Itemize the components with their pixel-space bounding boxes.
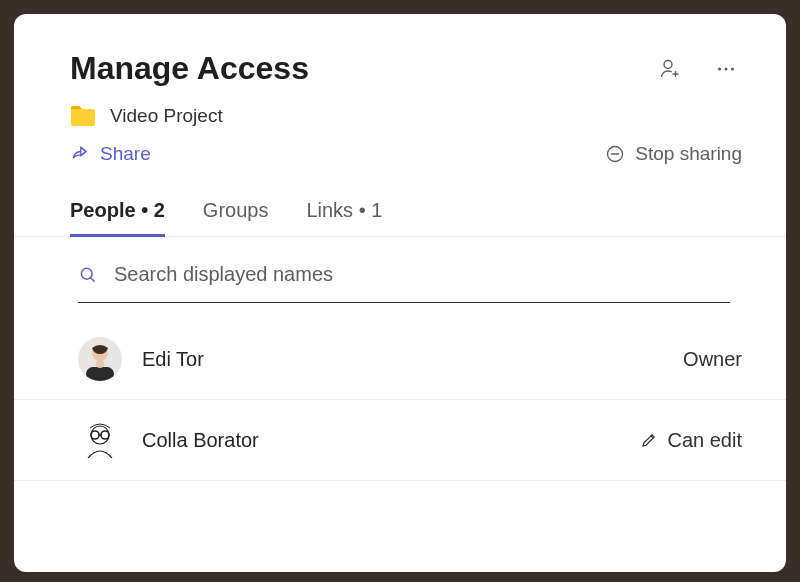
search-icon [78,265,98,285]
svg-rect-10 [86,367,114,381]
svg-point-2 [724,67,727,70]
svg-line-7 [91,277,95,281]
pencil-icon [640,431,658,449]
actions-row: Share Stop sharing [70,143,742,165]
role-label: Owner [683,348,742,371]
tab-links[interactable]: Links • 1 [306,199,382,236]
role-button[interactable]: Can edit [640,429,743,452]
tab-groups-label: Groups [203,199,269,221]
tab-groups[interactable]: Groups [203,199,269,236]
svg-point-11 [96,360,104,368]
add-person-button[interactable] [654,53,686,85]
list-item: Colla Borator Can edit [14,400,786,481]
tab-people[interactable]: People • 2 [70,199,165,236]
header: Manage Access [14,14,786,165]
avatar [78,418,122,462]
title-actions [654,53,742,85]
title-row: Manage Access [70,50,742,87]
search-input[interactable] [114,263,730,286]
tab-links-label: Links • 1 [306,199,382,221]
more-button[interactable] [710,53,742,85]
avatar [78,337,122,381]
tabs: People • 2 Groups Links • 1 [14,165,786,237]
search-row [78,263,730,303]
svg-rect-12 [78,418,122,462]
page-title: Manage Access [70,50,309,87]
person-name: Edi Tor [142,348,663,371]
folder-icon [70,105,96,127]
manage-access-panel: Manage Access [14,14,786,572]
role-text: Can edit [668,429,743,452]
folder-name: Video Project [110,105,223,127]
stop-icon [605,144,625,164]
stop-sharing-button[interactable]: Stop sharing [605,143,742,165]
svg-point-1 [718,67,721,70]
people-list: Edi Tor Owner Colla Borator [14,319,786,481]
list-item: Edi Tor Owner [14,319,786,400]
tab-people-label: People • 2 [70,199,165,221]
add-person-icon [658,57,682,81]
person-name: Colla Borator [142,429,620,452]
svg-point-3 [731,67,734,70]
role-text: Owner [683,348,742,371]
svg-point-6 [81,268,92,279]
more-icon [715,58,737,80]
folder-row: Video Project [70,105,742,127]
share-button[interactable]: Share [70,143,151,165]
svg-point-0 [664,60,672,68]
share-label: Share [100,143,151,165]
share-icon [70,144,90,164]
stop-sharing-label: Stop sharing [635,143,742,165]
